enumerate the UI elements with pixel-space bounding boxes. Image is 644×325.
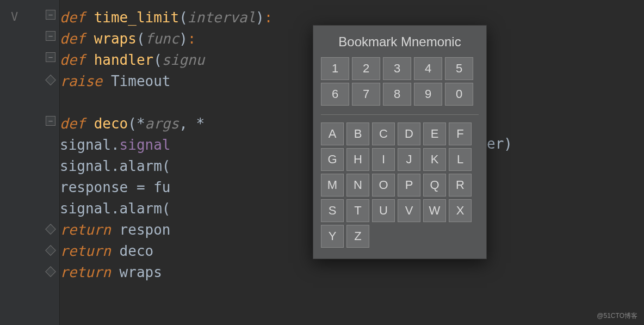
function-name: wraps (94, 30, 137, 47)
attribute: signal (120, 137, 171, 153)
identifier: fu (153, 179, 170, 195)
star: * (137, 115, 145, 132)
paren: ( (128, 115, 137, 132)
mnemonic-key-6[interactable]: 6 (321, 83, 349, 106)
mnemonic-key-p[interactable]: P (398, 174, 420, 197)
mnemonic-key-s[interactable]: S (321, 199, 344, 222)
mnemonic-key-l[interactable]: L (449, 148, 472, 171)
identifier: response (60, 179, 137, 195)
fold-end-icon[interactable] (45, 266, 56, 277)
mnemonic-key-u[interactable]: U (372, 199, 395, 222)
mnemonic-key-1[interactable]: 1 (321, 57, 349, 80)
paren: ) (179, 30, 188, 47)
keyword-raise: raise (60, 73, 111, 89)
mnemonic-key-3[interactable]: 3 (383, 57, 411, 80)
paren: ( (137, 30, 145, 47)
parameter: args (145, 115, 179, 132)
identifier: signal. (60, 137, 120, 153)
keyword-return: return (60, 243, 120, 259)
identifier: signal. (60, 158, 120, 174)
identifier: signal. (60, 200, 120, 217)
fold-toggle-icon[interactable]: − (46, 10, 55, 20)
function-name: handler (94, 52, 154, 68)
code-line: return wraps (60, 261, 644, 283)
fold-end-icon[interactable] (45, 245, 56, 256)
paren: ( (153, 52, 162, 68)
fold-arrow-icon[interactable]: V (11, 10, 18, 23)
paren: ) (256, 9, 264, 26)
identifier: Timeout (111, 73, 171, 89)
code-fragment: er) (487, 136, 512, 152)
mnemonic-key-f[interactable]: F (449, 122, 472, 145)
fold-end-icon[interactable] (45, 224, 56, 235)
mnemonic-key-e[interactable]: E (423, 122, 446, 145)
parameter: signu (162, 52, 205, 68)
keyword-return: return (60, 222, 120, 238)
mnemonic-key-i[interactable]: I (372, 148, 395, 171)
mnemonic-key-g[interactable]: G (321, 148, 344, 171)
mnemonic-key-j[interactable]: J (398, 148, 420, 171)
paren: ( (162, 200, 171, 217)
mnemonic-key-m[interactable]: M (321, 174, 344, 197)
mnemonic-key-5[interactable]: 5 (445, 57, 473, 80)
function-name: time_limit (94, 9, 179, 26)
mnemonic-key-8[interactable]: 8 (383, 83, 411, 106)
identifier: deco (120, 243, 154, 259)
keyword-return: return (60, 264, 120, 280)
mnemonic-key-y[interactable]: Y (321, 225, 344, 248)
colon: : (264, 9, 273, 26)
colon: : (188, 30, 196, 47)
gutter: V − − − − (0, 0, 60, 325)
mnemonic-key-o[interactable]: O (372, 174, 395, 197)
star: * (196, 115, 205, 132)
mnemonic-key-7[interactable]: 7 (352, 83, 380, 106)
mnemonic-key-n[interactable]: N (346, 174, 369, 197)
mnemonic-key-a[interactable]: A (321, 122, 344, 145)
parameter: func (145, 30, 179, 47)
mnemonic-key-q[interactable]: Q (423, 174, 446, 197)
function-name: deco (94, 115, 128, 132)
fold-toggle-icon[interactable]: − (46, 116, 55, 126)
mnemonic-key-9[interactable]: 9 (414, 83, 442, 106)
paren: ( (162, 158, 171, 174)
keyword-def: def (60, 9, 94, 26)
mnemonic-key-0[interactable]: 0 (445, 83, 473, 106)
mnemonic-key-z[interactable]: Z (346, 225, 369, 248)
mnemonic-key-k[interactable]: K (423, 148, 446, 171)
comma: , (179, 115, 196, 132)
attribute: alarm (120, 200, 162, 217)
mnemonic-key-r[interactable]: R (449, 174, 472, 197)
keyword-def: def (60, 30, 94, 47)
paren: ( (179, 9, 188, 26)
attribute: alarm (120, 158, 162, 174)
mnemonic-key-x[interactable]: X (449, 199, 472, 222)
parameter: interval (188, 9, 256, 26)
watermark: @51CTO博客 (597, 311, 637, 321)
fold-end-icon[interactable] (45, 75, 56, 85)
number-key-grid: 1234567890 (321, 57, 479, 106)
mnemonic-key-h[interactable]: H (346, 148, 369, 171)
mnemonic-key-t[interactable]: T (346, 199, 369, 222)
keyword-def: def (60, 52, 94, 68)
mnemonic-key-v[interactable]: V (398, 199, 420, 222)
mnemonic-key-4[interactable]: 4 (414, 57, 442, 80)
mnemonic-key-d[interactable]: D (398, 122, 420, 145)
fold-toggle-icon[interactable]: − (46, 31, 55, 41)
mnemonic-key-w[interactable]: W (423, 199, 446, 222)
fold-toggle-icon[interactable]: − (46, 52, 55, 62)
letter-key-grid: ABCDEFGHIJKLMNOPQRSTUVWXYZ (321, 122, 479, 248)
mnemonic-key-b[interactable]: B (346, 122, 369, 145)
popup-title: Bookmark Mnemonic (321, 32, 479, 57)
mnemonic-key-2[interactable]: 2 (352, 57, 380, 80)
identifier: wraps (120, 264, 162, 280)
popup-divider (321, 114, 479, 115)
bookmark-mnemonic-popup: Bookmark Mnemonic 1234567890 ABCDEFGHIJK… (313, 25, 487, 259)
identifier: respon (120, 222, 171, 238)
mnemonic-key-c[interactable]: C (372, 122, 395, 145)
keyword-def: def (60, 115, 94, 132)
equals: = (137, 179, 153, 195)
